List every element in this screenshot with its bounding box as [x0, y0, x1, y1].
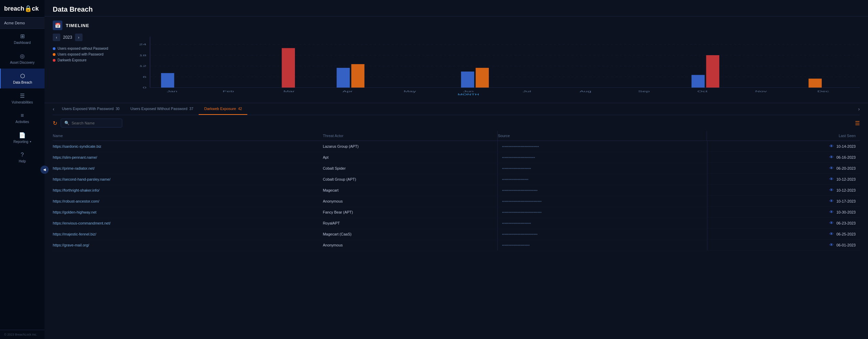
asset-discovery-icon: ◎ — [20, 53, 25, 59]
tabs-row: ‹ Users Exposed With Password 30 Users E… — [53, 103, 860, 115]
legend-label-no-password: Users exposed without Password — [58, 47, 108, 50]
sidebar-item-vulnerabilities[interactable]: ☰ Vulnerabilities — [0, 88, 45, 108]
eye-icon[interactable]: 👁 — [829, 242, 834, 247]
year-prev-button[interactable]: ‹ — [53, 34, 60, 41]
year-next-button[interactable]: › — [75, 34, 83, 41]
chart-legend: ‹ 2023 › Users exposed without Password … — [53, 34, 121, 95]
main-content: Data Breach 📅 TIMELINE ‹ 2023 › Users ex… — [45, 0, 868, 339]
cell-source: ••••••••••••••••••••••••••• — [498, 185, 707, 196]
sidebar: breach🔒ck Acme Demo ⊞ Dashboard ◎ Asset … — [0, 0, 45, 339]
eye-icon[interactable]: 👁 — [829, 144, 834, 149]
col-threat-actor: Threat Actor — [323, 131, 498, 141]
cell-last-seen: 👁 10-12-2023 — [707, 174, 860, 185]
sidebar-item-label: Reporting — [13, 140, 28, 144]
table-row: https://grave-mail.org/ Anonymous ••••••… — [53, 240, 860, 251]
tab-without-password-count: 37 — [189, 107, 193, 111]
svg-rect-21 — [461, 72, 474, 88]
svg-text:Jul: Jul — [523, 90, 531, 93]
last-seen-date: 06-20-2023 — [836, 166, 856, 170]
cell-source: •••••••••••••••••••••• — [498, 218, 707, 229]
cell-threat-actor: Anonymous — [323, 196, 498, 207]
cell-threat-actor: Apt — [323, 152, 498, 163]
account-label: Acme Demo — [0, 17, 45, 29]
eye-icon[interactable]: 👁 — [829, 209, 834, 215]
legend-dot-no-password — [53, 47, 55, 50]
cell-threat-actor: Fancy Bear (APT) — [323, 207, 498, 218]
col-last-seen: Last Seen — [707, 131, 860, 141]
sidebar-item-activities[interactable]: ≡ Activities — [0, 108, 45, 128]
cell-last-seen: 👁 06-16-2023 — [707, 152, 860, 163]
table-row: https://sardonic-syndicate.biz Lazarus G… — [53, 141, 860, 152]
cell-threat-actor: Cobalt Spider — [323, 163, 498, 174]
eye-icon[interactable]: 👁 — [829, 231, 834, 237]
svg-text:May: May — [404, 90, 416, 93]
cell-name: https://envious-commandment.net/ — [53, 218, 323, 229]
eye-icon[interactable]: 👁 — [829, 177, 834, 182]
cell-source: •••••••••••••••••••••• — [498, 163, 707, 174]
cell-last-seen: 👁 06-01-2023 — [707, 240, 860, 251]
search-icon: 🔍 — [64, 121, 70, 125]
tab-darkweb-label: Darkweb Exposure — [204, 107, 236, 111]
sidebar-item-asset-discovery[interactable]: ◎ Asset Discovery — [0, 49, 45, 69]
svg-text:0: 0 — [143, 86, 147, 89]
cell-name: https://second-hand-parsley.name/ — [53, 174, 323, 185]
cell-last-seen: 👁 10-12-2023 — [707, 185, 860, 196]
table-body: https://sardonic-syndicate.biz Lazarus G… — [53, 141, 860, 251]
last-seen-date: 10-12-2023 — [836, 177, 856, 181]
cell-name: https://robust-ancestor.com/ — [53, 196, 323, 207]
sidebar-item-reporting[interactable]: 📄 Reporting ▾ — [0, 128, 45, 148]
sidebar-toggle[interactable]: ◀ — [40, 166, 49, 174]
cell-name: https://golden-highway.net — [53, 207, 323, 218]
eye-icon[interactable]: 👁 — [829, 187, 834, 193]
page-title: Data Breach — [53, 5, 860, 13]
legend-dot-with-password — [53, 53, 55, 56]
eye-icon[interactable]: 👁 — [829, 220, 834, 226]
sidebar-item-dashboard[interactable]: ⊞ Dashboard — [0, 29, 45, 49]
cell-source: •••••••••••••••••••••••••••••• — [498, 196, 707, 207]
cell-threat-actor: Cobalt Group (APT) — [323, 174, 498, 185]
sidebar-item-help[interactable]: ? Help — [0, 148, 45, 167]
table-header: Name Threat Actor Source Last Seen — [53, 131, 860, 141]
page-header: Data Breach — [45, 0, 868, 16]
tab-darkweb[interactable]: Darkweb Exposure 42 — [199, 103, 247, 115]
tab-nav-right-icon[interactable]: › — [858, 106, 860, 112]
help-icon: ? — [21, 152, 24, 158]
refresh-icon[interactable]: ↻ — [53, 120, 57, 126]
cell-source: •••••••••••••••••••••••••••••• — [498, 207, 707, 218]
col-source: Source — [498, 131, 707, 141]
logo-dot: 🔒 — [24, 5, 32, 12]
svg-rect-22 — [476, 68, 489, 88]
cell-name: https://forthright-shaker.info/ — [53, 185, 323, 196]
bar-chart-container: COUNT 0 6 12 18 24 Jan — [128, 34, 860, 95]
search-input[interactable] — [72, 121, 119, 125]
table-section: ↻ 🔍 ☰ Name Threat Actor Source Last Seen… — [45, 115, 868, 339]
tabs-section: ‹ Users Exposed With Password 30 Users E… — [45, 103, 868, 115]
legend-item-darkweb: Darkweb Exposure — [53, 58, 121, 62]
sidebar-item-label: Help — [19, 159, 26, 163]
timeline-icon: 📅 — [53, 21, 62, 30]
cell-threat-actor: Anonymous — [323, 240, 498, 251]
legend-item-no-password: Users exposed without Password — [53, 47, 121, 50]
tab-without-password[interactable]: Users Exposed Without Password 37 — [125, 103, 199, 115]
eye-icon[interactable]: 👁 — [829, 155, 834, 160]
sidebar-item-label: Data Breach — [13, 81, 32, 84]
legend-label-with-password: Users exposed with Password — [58, 52, 103, 56]
section-header: 📅 TIMELINE — [53, 21, 860, 30]
svg-text:Dec: Dec — [817, 90, 829, 93]
chart-area: ‹ 2023 › Users exposed without Password … — [53, 34, 860, 99]
tab-nav-left-icon[interactable]: ‹ — [53, 106, 54, 112]
eye-icon[interactable]: 👁 — [829, 166, 834, 171]
sidebar-item-data-breach[interactable]: ⬡ Data Breach — [0, 69, 45, 88]
svg-rect-18 — [351, 64, 364, 87]
data-table: Name Threat Actor Source Last Seen https… — [53, 131, 860, 251]
svg-rect-32 — [808, 78, 821, 87]
svg-text:Nov: Nov — [755, 90, 767, 93]
eye-icon[interactable]: 👁 — [829, 198, 834, 204]
cell-last-seen: 👁 06-20-2023 — [707, 163, 860, 174]
table-row: https://second-hand-parsley.name/ Cobalt… — [53, 174, 860, 185]
table-row: https://robust-ancestor.com/ Anonymous •… — [53, 196, 860, 207]
cell-last-seen: 👁 10-14-2023 — [707, 141, 860, 152]
dashboard-icon: ⊞ — [20, 33, 25, 39]
tab-with-password[interactable]: Users Exposed With Password 30 — [57, 103, 125, 115]
filter-icon[interactable]: ☰ — [855, 120, 860, 126]
